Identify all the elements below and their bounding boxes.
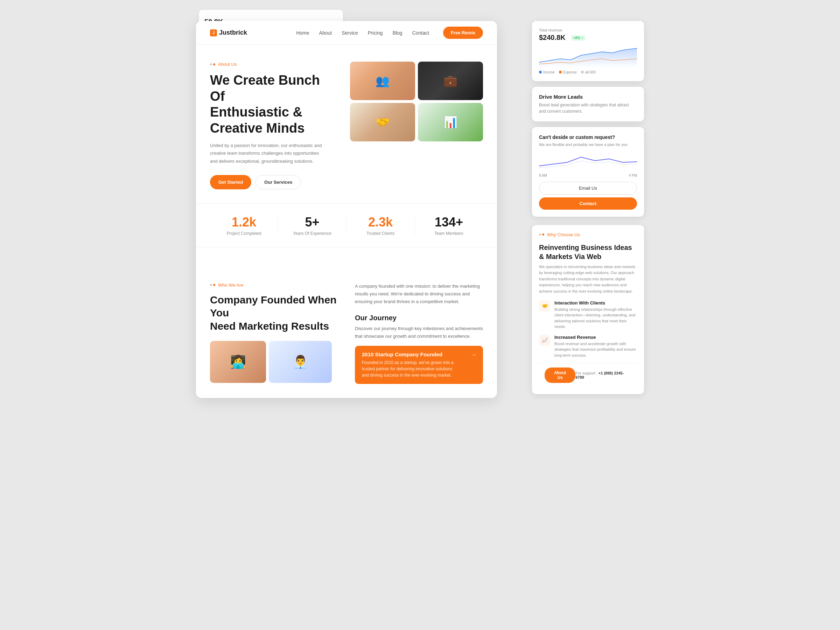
why-label-text: Why Choose Us	[547, 232, 580, 237]
free-remix-button[interactable]: Free Remix	[443, 27, 483, 39]
stat-experience: 5+ Years Of Experience	[278, 215, 346, 236]
stats-section: 1.2k Project Completed 5+ Years Of Exper…	[196, 203, 497, 248]
company-section-label: Who We Are	[210, 283, 338, 288]
mini-line-chart	[539, 152, 637, 169]
stat-team: 134+ Team Members	[415, 215, 483, 236]
time-start: 8 AM	[539, 174, 547, 177]
custom-request-title: Can't deside or custom request?	[539, 134, 637, 141]
interaction-icon: 🤝	[539, 300, 550, 311]
revenue-label: Total revenue	[539, 28, 637, 32]
hero-images	[350, 62, 483, 141]
feature-interaction-title: Interaction With Clients	[554, 300, 637, 306]
startup-year: 2010 Startup Company Founded	[362, 351, 460, 357]
drive-leads-title: Drive More Leads	[539, 94, 637, 100]
revenue-chart	[539, 47, 637, 68]
get-started-button[interactable]: Get Started	[210, 175, 251, 189]
chart-legend: Income Expense all-500	[539, 70, 637, 74]
revenue-card: Total revenue $240.8K +8% ↑	[532, 21, 644, 81]
stat-projects: 1.2k Project Completed	[210, 215, 278, 236]
legend-all: all-500	[581, 70, 596, 74]
nav-links: Home About Service Pricing Blog Contact	[296, 30, 429, 36]
company-img-left	[210, 341, 266, 383]
dot-orange-3	[542, 234, 544, 235]
logo-name: Justbrick	[219, 29, 247, 36]
nav-pricing[interactable]: Pricing	[368, 30, 383, 36]
nav-contact[interactable]: Contact	[412, 30, 429, 36]
hero-image-2	[418, 62, 483, 100]
drive-leads-description: Boost lead generation with strategies th…	[539, 102, 637, 114]
stat-clients-number: 2.3k	[354, 215, 407, 230]
custom-request-description: We are flexible and probably we have a p…	[539, 142, 637, 148]
feature-revenue-desc: Boost revenue and accelerate growth with…	[554, 341, 637, 358]
feature-interaction-desc: Building strong relationships through ef…	[554, 306, 637, 330]
journey-title: Our Journey	[355, 314, 483, 322]
navbar: J Justbrick Home About Service Pricing B…	[196, 21, 497, 45]
journey-description: Discover our journey through key milesto…	[355, 325, 483, 340]
stat-team-label: Team Members	[422, 231, 476, 236]
hero-image-1	[350, 62, 415, 100]
email-us-button[interactable]: Email Us	[539, 182, 637, 194]
hero-image-3	[350, 103, 415, 141]
about-us-button[interactable]: About Us	[545, 368, 575, 383]
hero-section-label: About Us	[210, 62, 336, 67]
dot-gray	[210, 63, 212, 65]
custom-request-card: Can't deside or custom request? We are f…	[532, 127, 644, 217]
company-right: A company founded with one mission: to d…	[355, 283, 483, 384]
hero-section: About Us We Create Bunch Of Enthusiastic…	[196, 45, 497, 203]
hero-buttons: Get Started Our Services	[210, 175, 336, 189]
logo: J Justbrick	[210, 29, 247, 36]
startup-card: 2010 Startup Company Founded Founded in …	[355, 346, 483, 384]
company-section: Who We Are Company Founded When You Need…	[196, 268, 497, 398]
company-description: A company founded with one mission: to d…	[355, 283, 483, 306]
dot-orange	[213, 63, 215, 65]
label-dots	[210, 63, 215, 65]
why-label-dots	[539, 234, 544, 235]
why-choose-us-card: Why Choose Us Reinventing Business Ideas…	[532, 225, 644, 394]
nav-about[interactable]: About	[319, 30, 332, 36]
legend-income: Income	[539, 70, 555, 74]
company-left: Who We Are Company Founded When You Need…	[210, 283, 338, 383]
dot-orange-2	[213, 284, 215, 286]
feature-revenue-title: Increased Revenue	[554, 335, 637, 340]
company-title: Company Founded When You Need Marketing …	[210, 293, 338, 333]
company-images	[210, 341, 338, 383]
legend-expense: Expense	[559, 70, 577, 74]
our-services-button[interactable]: Our Services	[256, 175, 301, 189]
revenue-value: $240.8K	[539, 33, 565, 42]
dot-gray-3	[539, 234, 541, 235]
company-label-text: Who We Are	[218, 283, 243, 288]
bottom-bar: About Us For support : +1 (888) 2345-678…	[539, 363, 637, 387]
startup-minus-icon: −	[472, 351, 476, 359]
feature-interaction: 🤝 Interaction With Clients Building stro…	[539, 300, 637, 330]
revenue-badge: +8% ↑	[571, 35, 585, 41]
hero-image-4	[418, 103, 483, 141]
nav-service[interactable]: Service	[342, 30, 358, 36]
feature-revenue: 📈 Increased Revenue Boost revenue and ac…	[539, 335, 637, 358]
support-text: For support : +1 (888) 2345-6789	[575, 371, 632, 379]
time-end: 4 PM	[629, 174, 637, 177]
why-choose-us-title: Reinventing Business Ideas & Markets Via…	[539, 243, 637, 261]
stat-team-number: 134+	[422, 215, 476, 230]
contact-button[interactable]: Contact	[539, 197, 637, 210]
revenue-icon: 📈	[539, 335, 550, 346]
time-labels: 8 AM 4 PM	[539, 174, 637, 177]
right-panel: Total revenue $240.8K +8% ↑	[532, 21, 644, 394]
stat-projects-label: Project Completed	[217, 231, 271, 236]
stat-experience-label: Years Of Experience	[285, 231, 339, 236]
hero-content: About Us We Create Bunch Of Enthusiastic…	[210, 62, 336, 189]
main-website-card: J Justbrick Home About Service Pricing B…	[196, 21, 497, 398]
stat-clients: 2.3k Trusted Clients	[346, 215, 415, 236]
startup-description: Founded in 2010 as a startup, we've grow…	[362, 360, 460, 378]
company-label-dots	[210, 284, 215, 286]
why-choose-us-description: We specialize in reinventing business id…	[539, 264, 637, 295]
dot-gray-2	[210, 284, 212, 286]
hero-label-text: About Us	[218, 62, 237, 67]
nav-blog[interactable]: Blog	[393, 30, 403, 36]
nav-home[interactable]: Home	[296, 30, 309, 36]
hero-description: United by a passion for innovation, our …	[210, 142, 322, 165]
logo-icon: J	[210, 29, 217, 36]
stat-experience-number: 5+	[285, 215, 339, 230]
company-img-right	[269, 341, 332, 383]
why-section-label: Why Choose Us	[539, 232, 637, 237]
hero-title: We Create Bunch Of Enthusiastic & Creati…	[210, 73, 336, 136]
